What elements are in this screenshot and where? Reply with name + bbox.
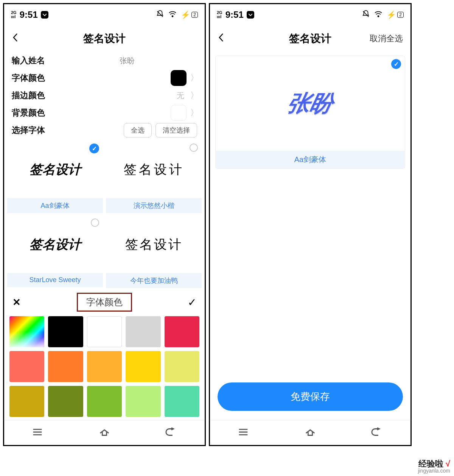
- color-swatch[interactable]: [9, 386, 44, 417]
- header: 签名设计 取消全选: [210, 25, 410, 52]
- font-preview: 签名设计: [7, 141, 103, 198]
- color-swatch[interactable]: [87, 351, 122, 382]
- notification-icon: [41, 11, 48, 19]
- font-card[interactable]: 签名设计 StarLove Sweety: [7, 216, 103, 288]
- notification-icon: [247, 11, 254, 19]
- row-fontpick: 选择字体 全选 清空选择: [12, 122, 197, 139]
- fontcolor-swatch: [171, 70, 187, 86]
- font-preview: 签名设计: [106, 216, 202, 273]
- color-swatch[interactable]: [126, 386, 160, 417]
- system-nav: [210, 420, 410, 445]
- color-row-3: [4, 386, 205, 417]
- row-strokecolor[interactable]: 描边颜色 无 〉: [12, 87, 197, 104]
- svg-point-1: [378, 16, 379, 17]
- preview-text: 张盼: [284, 88, 336, 119]
- name-label: 输入姓名: [12, 55, 53, 66]
- clear-selection-button[interactable]: 清空选择: [155, 123, 197, 137]
- system-nav: [4, 420, 205, 445]
- menu-button[interactable]: [237, 426, 250, 440]
- color-swatch-custom[interactable]: [9, 316, 44, 347]
- name-input[interactable]: 张盼: [57, 56, 197, 66]
- font-name: StarLove Sweety: [7, 273, 103, 287]
- status-bar: 2Gıııl 9:51 ⚡2: [210, 4, 410, 25]
- page-title: 签名设计: [4, 31, 205, 46]
- settings-form: 输入姓名 张盼 字体颜色 〉 描边颜色 无 〉 背景颜色 〉 选择字体 全: [4, 52, 205, 139]
- color-swatch[interactable]: [87, 386, 122, 417]
- color-swatch[interactable]: [48, 386, 83, 417]
- color-swatch[interactable]: [165, 316, 199, 347]
- color-swatch[interactable]: [48, 351, 83, 382]
- signal-indicator: 2Gıııl: [11, 11, 17, 19]
- check-icon: [190, 144, 198, 152]
- font-card[interactable]: 签名设计 今年也要加油鸭: [106, 216, 202, 288]
- chevron-right-icon: 〉: [190, 107, 197, 119]
- color-row-2: [4, 351, 205, 382]
- check-icon: [91, 218, 99, 227]
- row-name: 输入姓名 张盼: [12, 52, 197, 69]
- back-nav-button[interactable]: [165, 426, 178, 440]
- color-swatch[interactable]: [165, 386, 199, 417]
- color-swatch[interactable]: [87, 316, 122, 347]
- close-button[interactable]: ✕: [12, 297, 21, 308]
- check-icon: [391, 59, 401, 69]
- checkmark-icon: √: [446, 459, 450, 468]
- home-button[interactable]: [304, 426, 317, 440]
- color-swatch[interactable]: [126, 316, 160, 347]
- select-all-button[interactable]: 全选: [124, 123, 152, 137]
- row-bgcolor[interactable]: 背景颜色 〉: [12, 104, 197, 122]
- fontcolor-label: 字体颜色: [12, 72, 53, 84]
- battery-indicator: ⚡2: [181, 10, 198, 19]
- preview-font-name: Aa剑豪体: [216, 151, 405, 169]
- font-grid: 签名设计 Aa剑豪体 签名设计 演示悠然小楷 签名设计 StarLove Swe…: [4, 139, 205, 288]
- bgcolor-swatch: [171, 105, 187, 121]
- menu-button[interactable]: [31, 426, 44, 440]
- font-name: Aa剑豪体: [7, 198, 103, 213]
- stroke-value: 无: [177, 91, 187, 101]
- clock: 9:51: [225, 9, 244, 20]
- save-button[interactable]: 免费保存: [218, 382, 403, 411]
- dnd-icon: [156, 10, 164, 20]
- svg-point-0: [172, 16, 173, 17]
- chevron-right-icon: 〉: [190, 72, 197, 84]
- home-button[interactable]: [98, 426, 111, 440]
- back-button[interactable]: [12, 32, 19, 45]
- font-name: 今年也要加油鸭: [106, 273, 202, 288]
- back-button[interactable]: [218, 32, 225, 45]
- bgcolor-label: 背景颜色: [12, 107, 53, 119]
- check-icon: [89, 144, 99, 153]
- font-preview: 签名设计: [7, 216, 103, 273]
- clock: 9:51: [20, 9, 38, 20]
- chevron-right-icon: 〉: [190, 90, 197, 101]
- row-fontcolor[interactable]: 字体颜色 〉: [12, 69, 197, 87]
- color-picker: ✕ 字体颜色 ✓: [4, 288, 205, 435]
- fontpick-label: 选择字体: [12, 125, 53, 136]
- phone-left: 2Gıııl 9:51 ⚡2 签名设计: [3, 3, 206, 446]
- wifi-icon: [374, 9, 383, 20]
- deselect-all-button[interactable]: 取消全选: [370, 33, 403, 44]
- battery-indicator: ⚡2: [387, 10, 404, 19]
- font-card[interactable]: 签名设计 Aa剑豪体: [7, 141, 103, 213]
- color-swatch[interactable]: [9, 351, 44, 382]
- confirm-button[interactable]: ✓: [188, 296, 196, 309]
- color-swatch[interactable]: [48, 316, 83, 347]
- signal-indicator: 2Gıııl: [217, 11, 222, 19]
- signature-preview[interactable]: 张盼 Aa剑豪体: [215, 56, 405, 169]
- status-bar: 2Gıııl 9:51 ⚡2: [4, 4, 205, 25]
- phone-right: 2Gıııl 9:51 ⚡2 签名设计 取消全选 张盼 Aa剑豪体 免费保存: [209, 3, 412, 446]
- font-card[interactable]: 签名设计 演示悠然小楷: [106, 141, 202, 213]
- wifi-icon: [168, 9, 177, 20]
- color-swatch[interactable]: [126, 351, 160, 382]
- font-preview: 签名设计: [106, 141, 202, 198]
- font-name: 演示悠然小楷: [106, 198, 202, 213]
- dnd-icon: [362, 10, 370, 20]
- color-swatch[interactable]: [165, 351, 199, 382]
- picker-title: 字体颜色: [77, 293, 132, 312]
- back-nav-button[interactable]: [371, 426, 384, 440]
- stroke-label: 描边颜色: [12, 90, 53, 101]
- color-row-1: [4, 316, 205, 347]
- watermark: 经验啦 √ jingyanla.com: [418, 459, 450, 474]
- header: 签名设计: [4, 25, 205, 52]
